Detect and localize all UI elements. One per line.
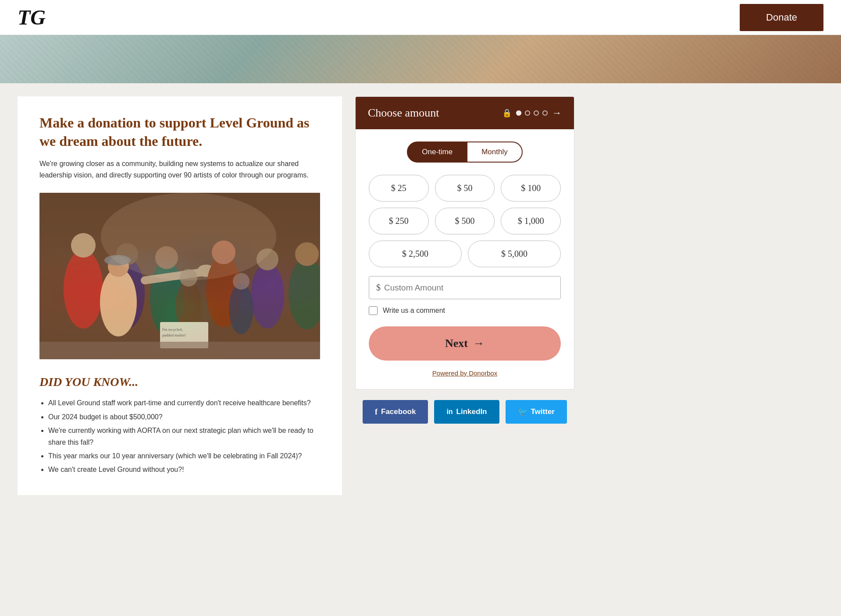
twitter-icon: 🐦 <box>518 407 527 417</box>
donation-widget: Choose amount 🔒 → One-time <box>355 96 574 389</box>
amount-5000[interactable]: $ 5,000 <box>468 241 561 267</box>
facts-list: All Level Ground staff work part-time an… <box>39 397 320 475</box>
comment-checkbox[interactable] <box>369 306 378 315</box>
event-photo: I'm recycled, padded mailer! <box>39 193 320 359</box>
donorbox-link[interactable]: Powered by Donorbox <box>432 369 497 377</box>
step-dots <box>516 110 548 116</box>
monthly-toggle[interactable]: Monthly <box>467 142 523 163</box>
linkedin-button[interactable]: in LinkedIn <box>434 400 499 424</box>
amount-100[interactable]: $ 100 <box>501 175 561 202</box>
svg-point-2 <box>71 233 96 258</box>
step-dot-1 <box>516 110 521 116</box>
svg-point-21 <box>233 273 249 290</box>
custom-amount-wrap: $ <box>369 276 561 299</box>
svg-point-1 <box>64 250 103 329</box>
step-dot-3 <box>534 110 539 116</box>
facebook-button[interactable]: f Facebook <box>363 400 428 424</box>
linkedin-icon: in <box>446 408 453 416</box>
widget-title: Choose amount <box>368 106 439 120</box>
header: TG Donate <box>0 0 841 35</box>
twitter-label: Twitter <box>531 407 555 416</box>
lock-icon: 🔒 <box>502 108 512 118</box>
next-label: Next <box>445 337 468 350</box>
widget-header: Choose amount 🔒 → <box>356 97 574 129</box>
left-column: Make a donation to support Level Ground … <box>18 96 342 495</box>
amount-1000[interactable]: $ 1,000 <box>501 208 561 234</box>
right-column: Choose amount 🔒 → One-time <box>355 96 574 424</box>
step-dot-2 <box>525 110 530 116</box>
powered-by: Powered by Donorbox <box>369 369 561 377</box>
amount-500[interactable]: $ 500 <box>435 208 495 234</box>
amount-25[interactable]: $ 25 <box>369 175 429 202</box>
svg-point-25 <box>101 193 276 280</box>
dollar-sign: $ <box>376 283 381 293</box>
amount-2500[interactable]: $ 2,500 <box>369 241 462 267</box>
amount-50[interactable]: $ 50 <box>435 175 495 202</box>
step-dot-4 <box>542 110 548 116</box>
widget-header-controls: 🔒 → <box>502 107 562 119</box>
page-headline: Make a donation to support Level Ground … <box>39 114 320 150</box>
svg-point-7 <box>100 268 137 336</box>
svg-text:I'm recycled,: I'm recycled, <box>162 327 183 332</box>
fact-item: We can't create Level Ground without you… <box>48 464 320 475</box>
next-arrow: → <box>473 337 485 350</box>
page-subtext: We're growing closer as a community, bui… <box>39 158 320 181</box>
svg-text:padded mailer!: padded mailer! <box>162 333 186 337</box>
frequency-toggle: One-time Monthly <box>369 142 561 163</box>
svg-rect-26 <box>39 342 320 359</box>
custom-amount-input[interactable] <box>384 283 553 293</box>
facebook-icon: f <box>375 407 378 417</box>
twitter-button[interactable]: 🐦 Twitter <box>506 400 567 424</box>
fact-item: All Level Ground staff work part-time an… <box>48 397 320 409</box>
donate-button[interactable]: Donate <box>740 4 823 31</box>
next-button[interactable]: Next → <box>369 326 561 361</box>
svg-point-20 <box>229 283 253 334</box>
comment-row: Write us a comment <box>369 306 561 315</box>
comment-label[interactable]: Write us a comment <box>383 307 445 315</box>
main-layout: Make a donation to support Level Ground … <box>0 83 841 508</box>
one-time-toggle[interactable]: One-time <box>407 142 467 163</box>
did-you-know-title: DID YOU KNOW... <box>39 375 320 389</box>
fact-item: We're currently working with AORTA on ou… <box>48 425 320 448</box>
linkedin-label: LinkedIn <box>456 407 487 416</box>
social-buttons: f Facebook in LinkedIn 🐦 Twitter <box>355 400 574 424</box>
fact-item: This year marks our 10 year anniversary … <box>48 450 320 462</box>
amount-grid-2: $ 2,500 $ 5,000 <box>369 241 561 267</box>
amount-250[interactable]: $ 250 <box>369 208 429 234</box>
widget-body: One-time Monthly $ 25 $ 50 $ 100 $ 250 $… <box>356 129 574 389</box>
next-arrow-icon[interactable]: → <box>552 107 562 119</box>
amount-grid: $ 25 $ 50 $ 100 $ 250 $ 500 $ 1,000 <box>369 175 561 234</box>
svg-point-17 <box>295 242 319 266</box>
fact-item: Our 2024 budget is about $500,000? <box>48 411 320 423</box>
facebook-label: Facebook <box>381 407 416 416</box>
svg-point-14 <box>251 263 284 329</box>
logo: TG <box>18 7 46 28</box>
hero-banner <box>0 35 841 83</box>
